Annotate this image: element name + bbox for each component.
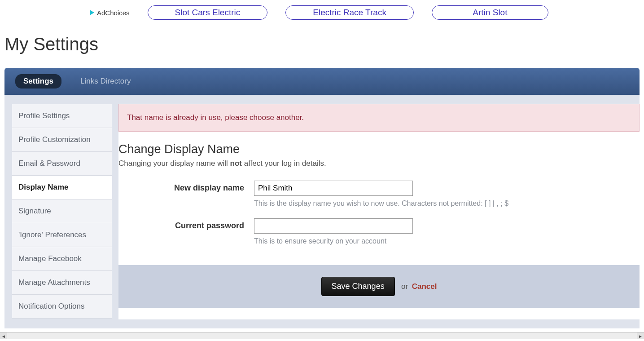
- section-desc-suffix: affect your log in details.: [242, 159, 326, 168]
- error-message: That name is already in use, please choo…: [118, 104, 640, 132]
- adchoices[interactable]: AdChoices: [90, 9, 130, 17]
- page-title: My Settings: [4, 34, 644, 54]
- new-name-label: New display name: [118, 181, 244, 193]
- section-desc-prefix: Changing your display name will: [118, 159, 230, 168]
- sidebar-item-notification-options[interactable]: Notification Options: [12, 294, 112, 319]
- sidebar-item-email-password[interactable]: Email & Password: [12, 151, 112, 176]
- section-desc: Changing your display name will not affe…: [118, 159, 640, 168]
- new-name-input[interactable]: [254, 181, 413, 196]
- new-name-help: This is the display name you wish to now…: [254, 199, 640, 208]
- sidebar: Profile Settings Profile Customization E…: [12, 104, 112, 318]
- ad-pill-3[interactable]: Artin Slot: [432, 5, 548, 20]
- save-button[interactable]: Save Changes: [321, 277, 395, 296]
- button-bar: Save Changes or Cancel: [118, 265, 640, 308]
- sidebar-item-profile-settings[interactable]: Profile Settings: [12, 104, 112, 128]
- form-row-new-name: New display name This is the display nam…: [118, 181, 640, 208]
- section-desc-bold: not: [230, 159, 242, 168]
- horizontal-scrollbar[interactable]: ◄ ►: [0, 332, 644, 339]
- ad-pill-1[interactable]: Slot Cars Electric: [148, 5, 268, 20]
- scroll-right-icon[interactable]: ►: [637, 332, 644, 339]
- or-text: or: [401, 282, 408, 291]
- scroll-left-icon[interactable]: ◄: [0, 332, 7, 339]
- sidebar-item-signature[interactable]: Signature: [12, 199, 112, 223]
- ad-pill-2[interactable]: Electric Race Track: [285, 5, 414, 20]
- tabs-bar: Settings Links Directory: [4, 68, 640, 95]
- sidebar-item-ignore-preferences[interactable]: 'Ignore' Preferences: [12, 223, 112, 247]
- sidebar-item-manage-attachments[interactable]: Manage Attachments: [12, 270, 112, 295]
- sidebar-item-profile-customization[interactable]: Profile Customization: [12, 128, 112, 152]
- sidebar-item-manage-facebook[interactable]: Manage Facebook: [12, 247, 112, 271]
- password-help: This is to ensure security on your accou…: [254, 237, 640, 245]
- tab-settings[interactable]: Settings: [15, 74, 61, 89]
- section-title: Change Display Name: [118, 142, 640, 156]
- password-label: Current password: [118, 218, 244, 230]
- password-input[interactable]: [254, 218, 413, 234]
- adchoices-label: AdChoices: [97, 9, 130, 17]
- settings-body: Profile Settings Profile Customization E…: [4, 95, 640, 328]
- ad-row: AdChoices Slot Cars Electric Electric Ra…: [0, 0, 644, 25]
- content-panel: That name is already in use, please choo…: [118, 104, 640, 319]
- sidebar-item-display-name[interactable]: Display Name: [12, 175, 112, 199]
- cancel-link[interactable]: Cancel: [412, 282, 437, 291]
- tab-links-directory[interactable]: Links Directory: [72, 74, 139, 89]
- adchoices-icon: [90, 10, 94, 15]
- form-row-password: Current password This is to ensure secur…: [118, 218, 640, 245]
